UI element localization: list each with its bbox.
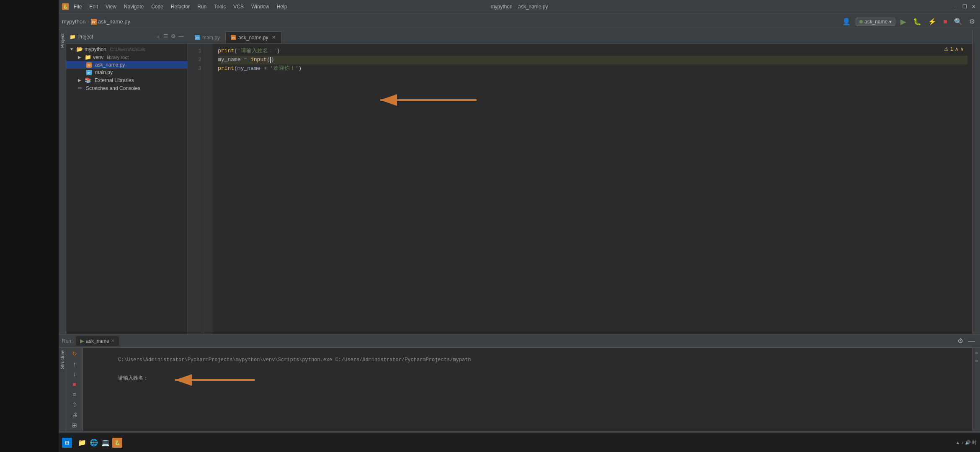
panel-settings-icon[interactable]: ⚙ (171, 33, 176, 41)
tab-ask-icon: py (231, 35, 236, 40)
console-area: C:\Users\Administrator\PycharmProjects\m… (83, 348, 972, 431)
tab-main-icon: py (195, 35, 200, 40)
breadcrumb-project[interactable]: mypython (62, 18, 85, 25)
scroll-up-button[interactable]: ↑ (70, 360, 80, 367)
taskbar-time: ▲ ♪ 🔊 时 (955, 439, 977, 446)
close-button[interactable]: ✕ (971, 4, 977, 10)
scroll-down-button[interactable]: ↓ (70, 371, 80, 378)
line-num-2: 2 (190, 56, 201, 64)
layout-run-button[interactable]: ⊞ (70, 422, 80, 429)
profile-button[interactable]: 👤 (841, 17, 852, 26)
tree-external-libs[interactable]: ▶ 📚 External Libraries (66, 76, 187, 84)
settings-button[interactable]: ⚙ (967, 17, 977, 26)
print-button[interactable]: 🖨 (70, 411, 80, 418)
folder-icon: 📁 (70, 34, 76, 40)
left-black-bar (0, 0, 59, 452)
fav-icon-2[interactable]: » (975, 357, 978, 364)
breadcrumb: mypython › py ask_name.py (62, 18, 838, 25)
chrome-icon: 🌐 (90, 439, 98, 447)
file-explorer-btn[interactable]: 📁 (77, 438, 87, 448)
file-icon: py (91, 19, 97, 25)
project-panel-header: 📁 Project ＋ ☰ ⚙ — (66, 30, 187, 44)
editor-arrow-svg (372, 87, 481, 113)
chrome-btn[interactable]: 🌐 (89, 438, 99, 448)
project-tab-label[interactable]: Project (59, 30, 66, 51)
settings-run-button[interactable]: ≡ (70, 391, 80, 398)
menu-run[interactable]: Run (194, 3, 210, 10)
coverage-button[interactable]: ⚡ (926, 17, 938, 26)
cmd-btn[interactable]: 💻 (101, 438, 111, 448)
menu-help[interactable]: Help (273, 3, 291, 10)
minimize-button[interactable]: – (952, 4, 958, 10)
run-panel-minimize[interactable]: — (967, 336, 977, 346)
tab-main-py[interactable]: py main.py (189, 31, 225, 43)
cmd-icon: 💻 (101, 439, 110, 447)
console-output[interactable]: C:\Users\Administrator\PycharmProjects\m… (83, 348, 972, 391)
var-name: my_name (218, 56, 241, 64)
tree-root[interactable]: ▼ 📂 mypython C:\Users\Adminis (66, 45, 187, 53)
window-controls: – ❐ ✕ (952, 4, 977, 10)
run-config-dropdown-icon: ▾ (889, 19, 892, 25)
menu-vcs[interactable]: VCS (230, 3, 247, 10)
pycharm-icon: 🐍 (62, 3, 69, 10)
folder-taskbar-icon: 📁 (78, 439, 86, 447)
venv-label: venv (93, 54, 103, 60)
code-line-3: print(my_name + '欢迎你！') (218, 64, 967, 73)
code-editor[interactable]: 1 2 3 print('请输入姓名：') my_name = input() … (188, 44, 972, 334)
menu-file[interactable]: File (70, 3, 85, 10)
run-structure-tab: Structure (59, 348, 66, 431)
tree-arrow-root: ▼ (70, 47, 75, 51)
panel-minimize-icon[interactable]: — (178, 33, 184, 41)
tree-main-py[interactable]: py main.py (66, 69, 187, 76)
nav-up-icon[interactable]: ∧ (955, 46, 959, 52)
main-py-label: main.py (95, 69, 113, 75)
run-config-dot (859, 20, 863, 23)
stop-button[interactable]: ■ (941, 17, 949, 26)
run-panel-settings[interactable]: ⚙ (956, 336, 965, 346)
ask-name-py-icon: py (86, 62, 92, 68)
code-line-2: my_name = input() (218, 56, 967, 64)
ext-lib-icon: 📚 (85, 77, 91, 83)
tab-close-button[interactable]: ✕ (271, 35, 276, 41)
line-numbers: 1 2 3 (188, 44, 204, 334)
start-button[interactable]: ⊞ (62, 438, 72, 448)
maximize-button[interactable]: ❐ (962, 4, 967, 10)
structure-label[interactable]: Structure (59, 348, 66, 372)
pin-button[interactable]: ⇧ (70, 401, 80, 408)
menu-window[interactable]: Window (248, 3, 273, 10)
tree-scratches[interactable]: ✏ Scratches and Consoles (66, 84, 187, 92)
run-button[interactable]: ▶ (899, 16, 908, 27)
debug-button[interactable]: 🐛 (911, 17, 923, 26)
menu-view[interactable]: View (102, 3, 120, 10)
run-tab-close[interactable]: ✕ (111, 338, 115, 344)
layout-icon[interactable]: ☰ (163, 33, 168, 41)
console-input: 请输入姓名： (118, 375, 148, 381)
tree-venv[interactable]: ▶ 📁 venv library root (66, 53, 187, 61)
menu-edit[interactable]: Edit (86, 3, 101, 10)
add-icon[interactable]: ＋ (155, 33, 161, 41)
search-everywhere-button[interactable]: 🔍 (952, 17, 964, 26)
run-tab[interactable]: ▶ ask_name ✕ (76, 336, 119, 346)
pycharm-taskbar-btn[interactable]: 🐍 (112, 438, 122, 448)
rerun-button[interactable]: ↻ (70, 350, 80, 357)
tab-main-label: main.py (202, 35, 220, 41)
run-tab-icon: ▶ (80, 338, 84, 344)
menu-bar: File Edit View Navigate Code Refactor Ru… (70, 3, 290, 10)
run-config-selector[interactable]: ask_name ▾ (856, 18, 895, 26)
menu-refactor[interactable]: Refactor (168, 3, 193, 10)
warning-icon: ⚠ (944, 46, 949, 52)
title-bar-left: 🐍 File Edit View Navigate Code Refactor … (62, 3, 290, 10)
code-content[interactable]: print('请输入姓名：') my_name = input() print(… (213, 44, 972, 334)
breadcrumb-file[interactable]: py ask_name.py (91, 18, 130, 25)
stop-run-button[interactable]: ■ (70, 381, 80, 388)
project-panel-title: 📁 Project (70, 34, 93, 40)
run-toolbar: ↻ ↑ ↓ ■ ≡ ⇧ 🖨 ⊞ (66, 348, 83, 431)
menu-code[interactable]: Code (148, 3, 167, 10)
menu-tools[interactable]: Tools (211, 3, 229, 10)
nav-down-icon[interactable]: ∨ (960, 46, 964, 52)
tab-ask-name-py[interactable]: py ask_name.py ✕ (225, 31, 282, 43)
menu-navigate[interactable]: Navigate (121, 3, 147, 10)
fav-icon-1[interactable]: » (975, 349, 978, 356)
tree-ask-name[interactable]: py ask_name.py (66, 61, 187, 69)
pycharm-taskbar-icon: 🐍 (114, 440, 121, 446)
